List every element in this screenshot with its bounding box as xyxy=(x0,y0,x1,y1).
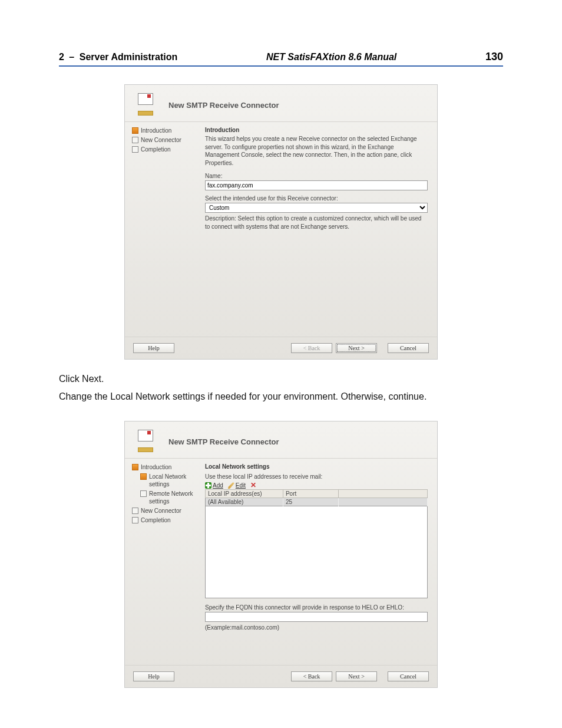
add-icon[interactable] xyxy=(205,482,211,489)
help-button[interactable]: Help xyxy=(133,671,174,681)
form-heading: Local Network settings xyxy=(205,463,428,470)
wizard-dialog-introduction: New SMTP Receive Connector Introduction … xyxy=(124,84,438,360)
table-row[interactable]: (All Available)25 xyxy=(206,498,428,506)
edit-button[interactable]: Edit xyxy=(236,482,246,489)
help-button[interactable]: Help xyxy=(133,343,174,353)
instruction-click-next: Click Next. xyxy=(59,374,503,384)
description-text: Description: Select this option to creat… xyxy=(205,215,428,230)
name-label: Name: xyxy=(205,173,428,179)
step-introduction[interactable]: Introduction xyxy=(132,463,197,471)
page-number: 130 xyxy=(485,51,503,63)
fqdn-example: (Example:mail.contoso.com) xyxy=(205,624,428,632)
delete-icon[interactable]: ✕ xyxy=(250,481,256,489)
name-input[interactable] xyxy=(205,180,428,190)
edit-icon[interactable] xyxy=(228,482,234,489)
back-button: < Back xyxy=(291,343,332,353)
wizard-title: New SMTP Receive Connector xyxy=(168,437,279,446)
wizard-icon xyxy=(134,429,160,454)
wizard-title: New SMTP Receive Connector xyxy=(168,101,279,110)
cancel-button[interactable]: Cancel xyxy=(388,343,429,353)
ip-list-box xyxy=(205,506,428,598)
form-heading: Introduction xyxy=(205,127,428,133)
step-completion[interactable]: Completion xyxy=(132,516,197,524)
col-ip: Local IP address(es) xyxy=(206,490,283,498)
chapter-number: 2 xyxy=(59,52,64,62)
page-header: 2 – Server Administration NET SatisFAXti… xyxy=(59,51,503,67)
instruction-local-network: Change the Local Network settings if nee… xyxy=(59,390,503,403)
wizard-icon xyxy=(134,92,160,118)
fqdn-input[interactable] xyxy=(205,612,428,622)
next-button[interactable]: Next > xyxy=(336,671,377,681)
manual-title: NET SatisFAXtion 8.6 Manual xyxy=(177,52,485,62)
fqdn-label: Specify the FQDN this connector will pro… xyxy=(205,604,428,611)
step-remote-network[interactable]: Remote Network settings xyxy=(140,490,197,505)
back-button[interactable]: < Back xyxy=(291,671,332,681)
cancel-button[interactable]: Cancel xyxy=(388,671,429,681)
use-label: Select the intended use for this Receive… xyxy=(205,195,428,202)
step-introduction[interactable]: Introduction xyxy=(132,127,197,134)
step-completion[interactable]: Completion xyxy=(132,146,197,153)
use-ip-label: Use these local IP addresses to receive … xyxy=(205,473,428,480)
intro-text: This wizard helps you create a new Recei… xyxy=(205,135,428,167)
step-new-connector[interactable]: New Connector xyxy=(132,507,197,515)
wizard-dialog-local-network: New SMTP Receive Connector Introduction … xyxy=(124,421,438,688)
add-button[interactable]: Add xyxy=(213,482,223,489)
ip-table[interactable]: Local IP address(es)Port (All Available)… xyxy=(205,489,428,506)
step-local-network[interactable]: Local Network settings xyxy=(140,473,197,488)
col-port: Port xyxy=(283,490,338,498)
chapter-title: Server Administration xyxy=(80,52,178,62)
step-new-connector[interactable]: New Connector xyxy=(132,136,197,144)
use-select[interactable]: Custom xyxy=(205,203,428,213)
next-button[interactable]: Next > xyxy=(336,343,377,353)
